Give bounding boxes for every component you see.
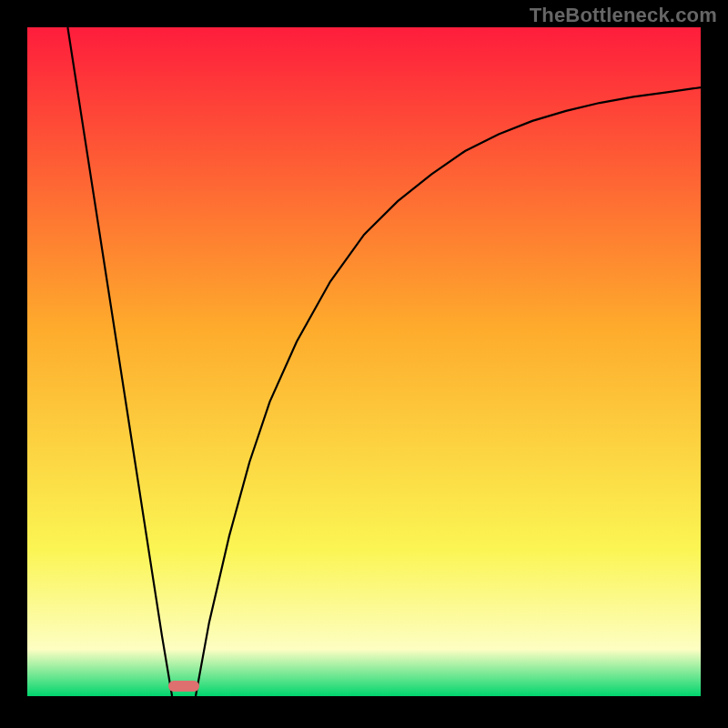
plot-svg	[27, 27, 701, 696]
chart-frame: TheBottleneck.com	[0, 0, 728, 728]
watermark-text: TheBottleneck.com	[530, 4, 717, 27]
minimum-marker	[168, 681, 199, 692]
gradient-background	[27, 27, 701, 696]
plot-area	[27, 27, 701, 696]
